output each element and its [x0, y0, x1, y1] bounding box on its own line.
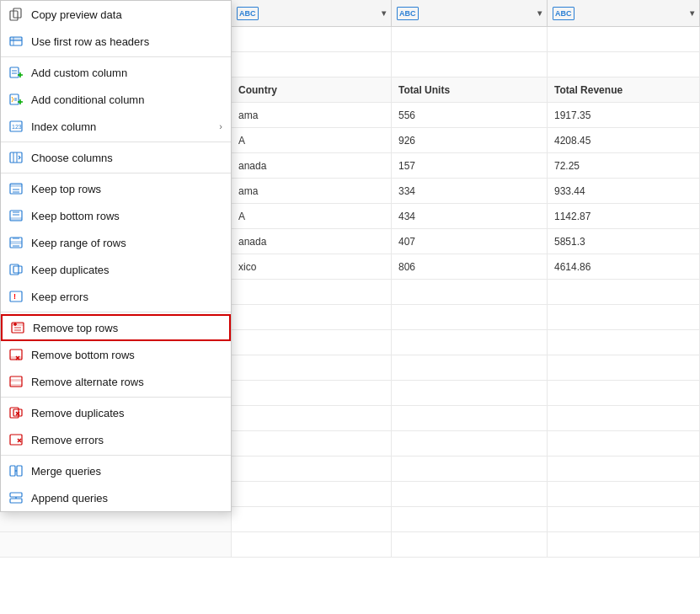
- svg-rect-34: [13, 266, 22, 273]
- menu-label-remove-bottom-rows: Remove bottom rows: [31, 349, 222, 361]
- cell-18-1: [232, 482, 392, 506]
- cell-15-3: [548, 406, 700, 430]
- cell-19-1: [232, 507, 392, 531]
- menu-label-append-queries: Append queries: [31, 492, 222, 505]
- cell-4-3: 4208.45: [548, 128, 700, 152]
- svg-text:123: 123: [12, 124, 22, 130]
- menu-label-remove-alternate-rows: Remove alternate rows: [31, 376, 222, 388]
- cell-20-2: [392, 532, 548, 557]
- menu-label-remove-errors: Remove errors: [31, 434, 222, 446]
- menu-label-index-column: Index column: [31, 120, 212, 133]
- menu-item-add-conditional-col[interactable]: Add conditional column: [1, 86, 231, 113]
- menu-item-merge-queries[interactable]: Merge queries: [1, 457, 231, 484]
- cell-20-3: [548, 532, 700, 557]
- cell-0-3: [548, 27, 700, 51]
- menu-item-keep-errors[interactable]: !Keep errors: [1, 283, 231, 310]
- svg-rect-61: [10, 499, 22, 503]
- menu-item-remove-duplicates[interactable]: Remove duplicates: [1, 399, 231, 426]
- cell-8-3: 5851.3: [548, 229, 700, 254]
- col2-dropdown-icon[interactable]: ▾: [382, 8, 386, 18]
- menu-item-remove-bottom-rows[interactable]: Remove bottom rows: [1, 341, 231, 368]
- keep-duplicates-icon: [8, 261, 24, 278]
- cell-13-3: [548, 355, 700, 380]
- menu-item-keep-bottom-rows[interactable]: Keep bottom rows: [1, 202, 231, 229]
- remove-alternate-icon: [8, 373, 24, 390]
- keep-top-icon: [8, 180, 24, 197]
- svg-rect-48: [10, 379, 22, 382]
- menu-item-remove-errors[interactable]: Remove errors: [1, 426, 231, 453]
- merge-icon: [8, 462, 24, 479]
- menu-label-add-conditional-col: Add conditional column: [31, 93, 222, 106]
- cell-0-2: [392, 27, 548, 51]
- svg-rect-60: [10, 493, 22, 497]
- keep-errors-icon: !: [8, 288, 24, 305]
- cell-0-1: [232, 27, 392, 51]
- remove-top-icon: [9, 319, 26, 336]
- cell-13-1: [232, 355, 392, 380]
- menu-label-keep-range-rows: Keep range of rows: [31, 237, 222, 249]
- menu-item-keep-range-rows[interactable]: Keep range of rows: [1, 229, 231, 256]
- cell-10-1: [232, 280, 392, 304]
- menu-item-index-column[interactable]: 123Index column›: [1, 113, 231, 140]
- cell-4-1: A: [232, 128, 392, 152]
- menu-item-append-queries[interactable]: Append queries: [1, 484, 231, 511]
- svg-rect-26: [10, 217, 22, 221]
- menu-item-keep-top-rows[interactable]: Keep top rows: [1, 175, 231, 202]
- remove-bottom-icon: [8, 346, 24, 363]
- cell-6-3: 933.44: [548, 179, 700, 203]
- menu-separator: [1, 141, 231, 142]
- cell-10-3: [548, 280, 700, 304]
- menu-item-remove-alternate-rows[interactable]: Remove alternate rows: [1, 368, 231, 395]
- menu-label-choose-columns: Choose columns: [31, 152, 222, 164]
- add-conditional-icon: [8, 91, 24, 108]
- menu-label-add-custom-col: Add custom column: [31, 67, 222, 79]
- cell-11-1: [232, 305, 392, 329]
- cell-20-1: [232, 532, 392, 557]
- col2-type-icon: ABC: [237, 7, 259, 20]
- cell-14-1: [232, 381, 392, 405]
- cell-9-3: 4614.86: [548, 254, 700, 279]
- cell-16-3: [548, 431, 700, 456]
- menu-separator: [1, 56, 231, 57]
- cell-18-2: [392, 482, 548, 506]
- menu-label-keep-duplicates: Keep duplicates: [31, 264, 222, 276]
- menu-item-remove-top-rows[interactable]: Remove top rows: [1, 314, 231, 341]
- menu-label-remove-top-rows: Remove top rows: [33, 322, 221, 334]
- cell-3-1: ama: [232, 103, 392, 127]
- cell-20-0: [0, 532, 232, 557]
- cell-19-3: [548, 507, 700, 531]
- menu-item-choose-columns[interactable]: Choose columns: [1, 144, 231, 171]
- cell-17-2: [392, 456, 548, 481]
- column2-header[interactable]: ABC ▾: [232, 0, 392, 26]
- menu-separator: [1, 173, 231, 174]
- cell-6-2: 334: [392, 179, 548, 203]
- menu-item-use-first-row[interactable]: Use first row as headers: [1, 28, 231, 55]
- column3-header[interactable]: ABC ▾: [392, 0, 548, 26]
- cell-12-2: [392, 330, 548, 355]
- column4-header[interactable]: ABC ▾: [548, 0, 700, 26]
- context-menu: Copy preview dataUse first row as header…: [0, 0, 232, 512]
- cell-1-2: [392, 52, 548, 77]
- index-icon: 123: [8, 118, 24, 135]
- use-row-headers-icon: [8, 33, 24, 50]
- cell-17-1: [232, 456, 392, 481]
- cell-8-1: anada: [232, 229, 392, 254]
- cell-17-3: [548, 456, 700, 481]
- col3-type-icon: ABC: [397, 7, 419, 20]
- menu-item-add-custom-col[interactable]: Add custom column: [1, 59, 231, 86]
- col3-dropdown-icon[interactable]: ▾: [537, 8, 542, 18]
- menu-item-copy-preview[interactable]: Copy preview data: [1, 1, 231, 28]
- cell-14-3: [548, 381, 700, 405]
- svg-rect-35: [10, 291, 22, 302]
- cell-5-3: 72.25: [548, 153, 700, 178]
- cell-12-3: [548, 330, 700, 355]
- col4-dropdown-icon[interactable]: ▾: [690, 8, 694, 18]
- cell-2-1: Country: [232, 77, 392, 102]
- menu-separator: [1, 455, 231, 456]
- cell-15-2: [392, 406, 548, 430]
- menu-item-keep-duplicates[interactable]: Keep duplicates: [1, 256, 231, 283]
- svg-text:!: !: [13, 292, 16, 301]
- remove-duplicates-icon: [8, 404, 24, 421]
- cell-11-3: [548, 305, 700, 329]
- keep-bottom-icon: [8, 207, 24, 224]
